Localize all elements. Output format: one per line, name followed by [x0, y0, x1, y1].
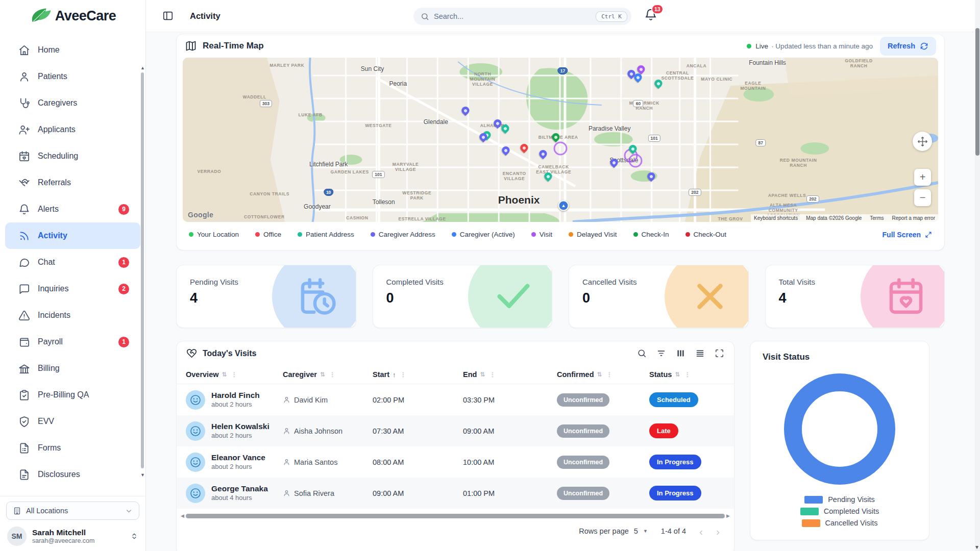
sort-icon[interactable]: ⇅	[222, 371, 227, 378]
column-menu-icon[interactable]: ⋮	[231, 371, 238, 379]
visit-table-row[interactable]: Helen Kowalskiabout 2 hoursAisha Johnson…	[177, 415, 734, 446]
next-page-button[interactable]: ›	[716, 526, 720, 537]
sort-icon[interactable]: ⇅	[597, 371, 602, 378]
visit-table-row[interactable]: George Tanakaabout 4 hoursSofia Rivera09…	[177, 478, 734, 509]
caregiver-address-marker[interactable]	[501, 145, 511, 156]
column-menu-icon[interactable]: ⋮	[400, 371, 407, 379]
sidebar-item-caregivers[interactable]: Caregivers	[5, 90, 140, 116]
sidebar-item-patients[interactable]: Patients	[5, 63, 140, 90]
sidebar-item-applicants[interactable]: Applicants	[5, 116, 140, 143]
scroll-right-icon[interactable]: ▶	[726, 513, 730, 518]
completed-visits-card: Completed Visits 0	[373, 265, 553, 328]
scroll-left-icon[interactable]: ◀	[181, 513, 184, 518]
map-city-label: Paradise Valley	[589, 125, 631, 132]
rows-per-page-select[interactable]: Rows per page 5 ▼	[579, 527, 648, 535]
check-in-marker[interactable]	[551, 132, 561, 142]
sidebar-item-payroll[interactable]: Payroll1	[5, 329, 140, 355]
sidebar-item-label: Forms	[38, 443, 61, 453]
visit-table-row[interactable]: Eleanor Vanceabout 2 hoursMaria Santos08…	[177, 446, 734, 478]
full-screen-link[interactable]: Full Screen	[883, 231, 932, 239]
page-scroll-down-icon[interactable]: ▼	[974, 544, 979, 550]
search-input[interactable]	[434, 12, 596, 20]
sidebar-item-home[interactable]: Home	[5, 37, 140, 63]
column-menu-icon[interactable]: ⋮	[606, 371, 614, 379]
table-rows-icon[interactable]	[695, 348, 705, 358]
sidebar-item-disclosures[interactable]: Disclosures	[5, 461, 140, 488]
sort-asc-icon[interactable]: ↑	[393, 371, 396, 379]
user-menu[interactable]: SM Sarah Mitchell sarah@aveecare.com	[6, 525, 139, 547]
sort-icon[interactable]: ⇅	[320, 371, 325, 378]
sidebar-item-chat[interactable]: Chat1	[5, 249, 140, 276]
column-menu-icon[interactable]: ⋮	[329, 371, 336, 379]
page-scroll-thumb[interactable]	[975, 28, 979, 156]
caregiver-address-marker[interactable]	[460, 105, 471, 116]
column-header-confirmed[interactable]: Confirmed⇅⋮	[557, 370, 649, 379]
column-header-status[interactable]: Status⇅⋮	[649, 370, 734, 379]
column-header-end[interactable]: End⇅⋮	[463, 370, 557, 379]
table-search-icon[interactable]	[637, 348, 647, 358]
alerts-icon	[18, 204, 30, 215]
scroll-up-icon[interactable]: ▲	[140, 65, 145, 70]
sidebar-item-alerts[interactable]: Alerts9	[5, 196, 140, 222]
sidebar-scroll-thumb[interactable]	[141, 72, 144, 468]
page-scrollbar[interactable]	[975, 0, 980, 551]
brand-logo[interactable]: AveeCare	[0, 0, 145, 32]
refresh-button[interactable]: Refresh	[880, 37, 936, 56]
sidebar-scrollbar[interactable]: ▲ ▼	[140, 65, 144, 492]
report-map-error-link[interactable]: Report a map error	[892, 215, 935, 221]
sidebar-item-evv[interactable]: EVV	[5, 408, 140, 435]
caregivers-icon	[18, 97, 30, 109]
map-pan-control[interactable]	[913, 132, 932, 151]
caret-down-icon: ▼	[643, 529, 648, 534]
column-menu-icon[interactable]: ⋮	[684, 371, 691, 379]
legend-dot	[633, 232, 638, 237]
chat-icon	[18, 257, 30, 268]
map-canvas[interactable]: MARLEY PARKWADDELLLUKE AFBVERRADOCANYON …	[183, 58, 938, 222]
search-box[interactable]: Ctrl K	[413, 8, 631, 25]
zoom-in-button[interactable]: +	[914, 169, 931, 186]
zoom-out-button[interactable]: −	[914, 189, 931, 206]
sidebar-item-inquiries[interactable]: Inquiries2	[5, 276, 140, 302]
sidebar-toggle-icon[interactable]	[162, 10, 174, 21]
visit-duration: about 2 hours	[211, 432, 270, 440]
sidebar-item-billing[interactable]: Billing	[5, 355, 140, 382]
previous-page-button[interactable]: ‹	[699, 526, 703, 537]
column-header-caregiver[interactable]: Caregiver⇅⋮	[283, 370, 373, 379]
location-selector[interactable]: All Locations	[6, 502, 139, 520]
legend-swatch	[802, 519, 820, 527]
payroll-icon	[18, 336, 30, 348]
sidebar-item-incidents[interactable]: Incidents	[5, 302, 140, 329]
road-shield: 101	[648, 135, 660, 142]
sidebar-item-forms[interactable]: Forms	[5, 435, 140, 461]
map-location-control[interactable]: ▲	[558, 200, 569, 211]
sidebar-item-scheduling[interactable]: Scheduling	[5, 143, 140, 169]
table-filter-icon[interactable]	[656, 348, 666, 358]
status-badge: Late	[649, 423, 678, 438]
sidebar-item-referrals[interactable]: Referrals	[5, 169, 140, 196]
scroll-down-icon[interactable]: ▼	[140, 472, 145, 478]
table-maximize-icon[interactable]	[715, 348, 724, 358]
sidebar-item-pre-billing-qa[interactable]: Pre-Billing QA	[5, 382, 140, 408]
caregiver-address-marker[interactable]	[646, 171, 656, 182]
cancelled-visits-card: Cancelled Visits 0	[569, 265, 749, 328]
table-columns-icon[interactable]	[676, 348, 685, 358]
patient-avatar	[186, 421, 205, 441]
keyboard-shortcuts-link[interactable]: Keyboard shortcuts	[754, 215, 798, 221]
sidebar-item-activity[interactable]: Activity	[5, 222, 140, 249]
horizontal-scrollbar[interactable]: ◀ ▶	[181, 512, 730, 519]
caregiver-address-marker[interactable]	[537, 148, 548, 159]
sort-icon[interactable]: ⇅	[480, 371, 485, 378]
status-badge: In Progress	[649, 455, 701, 469]
disclosures-icon	[18, 469, 30, 481]
hscroll-thumb[interactable]	[186, 514, 725, 518]
notifications-button[interactable]: 13	[644, 8, 657, 21]
sidebar-item-label: Disclosures	[38, 470, 80, 479]
column-menu-icon[interactable]: ⋮	[489, 371, 496, 379]
office-marker[interactable]	[519, 142, 529, 153]
visit-table-row[interactable]: Harold Finchabout 2 hoursDavid Kim02:00 …	[177, 384, 734, 415]
column-header-start[interactable]: Start↑⋮	[373, 370, 463, 379]
road-shield: 202	[689, 189, 701, 196]
column-header-overview[interactable]: Overview⇅⋮	[186, 370, 283, 379]
terms-link[interactable]: Terms	[870, 215, 884, 221]
sort-icon[interactable]: ⇅	[675, 371, 680, 378]
